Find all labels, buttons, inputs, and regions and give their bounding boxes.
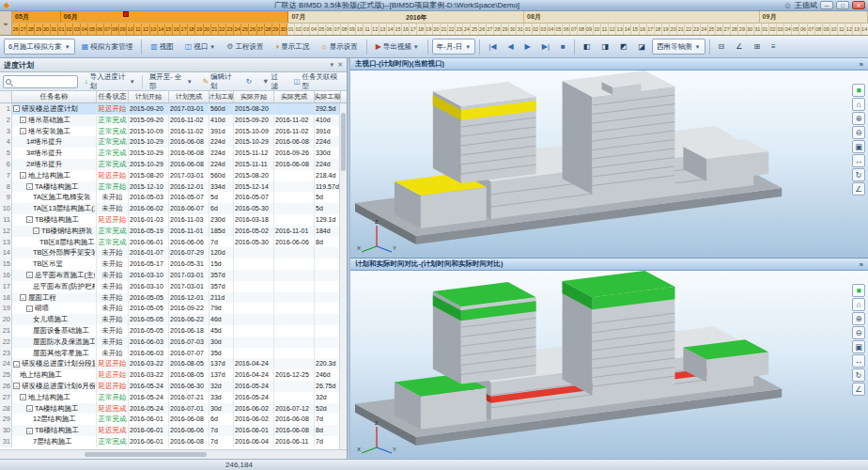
timeline-day[interactable]: 05 (88, 24, 96, 35)
task-row[interactable]: 15TB区吊篮未开始2016-05-172016-05-3115d (0, 258, 347, 270)
timeline-day[interactable]: 31 (51, 24, 58, 35)
task-row[interactable]: 25地上结构施工延迟开始2016-03-222016-08-05137d2016… (0, 369, 347, 381)
timeline-day[interactable]: 19 (662, 24, 670, 35)
timeline-day[interactable]: 25 (241, 24, 249, 35)
play-next-button[interactable]: ▶| (537, 39, 554, 55)
column-planned-duration[interactable]: 计划工期 (209, 91, 234, 102)
timeline-day[interactable]: 29 (35, 24, 42, 35)
panel-menu-icon[interactable]: ▾ (331, 61, 334, 69)
tree-expander-icon[interactable]: - (20, 294, 26, 301)
timeline-day[interactable]: 08 (815, 24, 823, 35)
task-row[interactable]: 24-研发楼总进度计划分段施工进度计划延迟开始2016-03-222016-08… (0, 358, 347, 369)
task-row[interactable]: 2912层结构施工正常完成2016-06-012016-06-086d2016-… (0, 414, 347, 425)
zoom-fit-icon[interactable]: ▣ (852, 340, 865, 353)
timeline-day[interactable]: 04 (310, 24, 318, 35)
tree-expander-icon[interactable]: - (20, 172, 26, 179)
measure-icon[interactable]: ∠ (852, 182, 865, 196)
link-model-button[interactable]: ◫ 任务关联模型 (289, 74, 344, 89)
timeline-day[interactable]: 14 (387, 24, 395, 35)
timeline-day[interactable]: 26 (12, 24, 20, 35)
tree-expander-icon[interactable]: - (26, 183, 33, 190)
timeline-day[interactable]: 07 (104, 24, 112, 35)
pan-icon[interactable]: ↔ (852, 154, 865, 167)
show-condition-button[interactable]: ◑ 显示工况 (270, 39, 314, 55)
timeline-day[interactable]: 28 (731, 24, 738, 35)
import-plan-button[interactable]: ↓ 导入进度计划 ▼ (81, 74, 139, 89)
task-row[interactable]: 17总平面布置(防护栏杆安装)未开始2016-03-102017-03-0135… (0, 281, 347, 292)
timeline-day[interactable]: 14 (624, 24, 631, 35)
timeline-day[interactable]: 01 (287, 24, 295, 35)
task-row[interactable]: 18-屋面工程未开始2016-05-052016-12-01211d (0, 292, 347, 304)
timeline-day[interactable]: 26 (716, 24, 723, 35)
timeline-day[interactable]: 07 (333, 24, 341, 35)
timeline-day[interactable]: 16 (640, 24, 647, 35)
column-actual-duration[interactable]: 实际工期 (315, 91, 341, 102)
timeline-day[interactable]: 13 (150, 24, 158, 35)
timeline-day[interactable]: 28 (27, 24, 35, 35)
timeline-day[interactable]: 22 (685, 24, 692, 35)
tree-expander-icon[interactable]: - (20, 128, 26, 134)
timeline-day[interactable]: 04 (81, 24, 88, 35)
column-planned-start[interactable]: 计划开始 (129, 91, 169, 102)
timeline-day[interactable]: 01 (762, 24, 769, 35)
timeline-day[interactable]: 19 (426, 24, 433, 35)
close-button[interactable]: ✕ (852, 1, 865, 9)
scheme-manage-button[interactable]: ▦ 模拟方案管理 (77, 39, 138, 55)
task-row[interactable]: 19-砌墙未开始2016-05-052016-09-2279d (0, 303, 347, 314)
task-row[interactable]: 3-塔吊安装施工正常完成2015-10-092016-11-02391d2015… (0, 126, 347, 137)
viewport-compare-canvas[interactable]: Z X Y ■⌂⊕⊖▣↔↻∠ (350, 271, 868, 459)
timeline-day[interactable]: 06 (326, 24, 333, 35)
timeline-day[interactable]: 05 (555, 24, 563, 35)
expand-to-button[interactable]: 展开至- 全部 ▼ (146, 74, 196, 89)
timeline-day[interactable]: 03 (73, 24, 81, 35)
export-video-button[interactable]: ▶ 导出视频 ▼ (371, 39, 424, 55)
home-view-icon[interactable]: ⌂ (852, 98, 865, 111)
timeline-day[interactable]: 09 (823, 24, 830, 35)
home-view-icon[interactable]: ⌂ (852, 298, 865, 311)
task-row[interactable]: 26-研发楼总进度计划6月份施工计划延迟开始2016-05-242016-06-… (0, 381, 347, 392)
timeline-day[interactable]: 28 (265, 24, 272, 35)
task-row[interactable]: 13TB区8层结构施工正常完成2016-06-012016-06-067d201… (0, 237, 347, 248)
timeline-day[interactable]: 26 (249, 24, 256, 35)
task-row[interactable]: 7-地上结构施工延迟开始2015-08-202017-03-01560d2015… (0, 170, 347, 181)
timeline-day[interactable]: 24 (701, 24, 708, 35)
project-settings-button[interactable]: ⚙ 工程设置 (222, 39, 268, 55)
timeline-day[interactable]: 29 (272, 24, 280, 35)
timeline-day[interactable]: 24 (463, 24, 471, 35)
viewport-main-canvas[interactable]: Z X Y ■⌂⊕⊖▣↔↻∠ (350, 70, 868, 258)
tree-expander-icon[interactable]: - (26, 306, 33, 312)
show-model-toggle[interactable]: ◧ (579, 39, 596, 55)
timeline-day[interactable]: 01 (524, 24, 532, 35)
model-cube-icon[interactable]: ■ (852, 84, 865, 97)
timeline-day[interactable]: 12 (845, 24, 853, 35)
timeline-day[interactable]: 17 (647, 24, 655, 35)
timeline-day[interactable]: 03 (540, 24, 548, 35)
grid-button[interactable]: ⊞ (749, 39, 765, 55)
simulation-scheme-select[interactable]: 6月施工模拟方案 ▼ (4, 39, 75, 55)
timeline-day[interactable]: 06 (799, 24, 807, 35)
timeline-day[interactable]: 12 (142, 24, 149, 35)
timeline-day[interactable]: 04 (548, 24, 555, 35)
tree-expander-icon[interactable]: - (33, 227, 39, 234)
timeline-day[interactable]: 14 (861, 24, 868, 35)
camera-view-select[interactable]: 西南等轴测 ▼ (652, 39, 705, 55)
column-planned-finish[interactable]: 计划完成 (169, 91, 209, 102)
timeline-day[interactable]: 04 (784, 24, 792, 35)
task-row[interactable]: 12-TB楼钢结构拼装正常完成2016-05-192016-11-01185d2… (0, 226, 347, 237)
view-button[interactable]: ▥ 视图 (146, 39, 178, 55)
timeline-day[interactable]: 13 (616, 24, 624, 35)
task-row[interactable]: 14TB区外部脚手架安装未开始2016-01-072016-07-29120d (0, 247, 347, 258)
zoom-out-icon[interactable]: ⊖ (852, 126, 865, 139)
date-format-select[interactable]: 年-月-日 ▼ (432, 39, 475, 55)
measure-icon[interactable]: ∠ (852, 383, 865, 396)
timeline-day[interactable]: 18 (417, 24, 425, 35)
task-row[interactable]: 62#塔吊提升正常完成2015-10-292016-06-08224d2015-… (0, 159, 347, 170)
task-row[interactable]: 2-塔吊基础施工正常完成2015-09-202016-11-02410d2015… (0, 115, 347, 126)
search-input[interactable] (13, 78, 75, 85)
timeline-day[interactable]: 10 (594, 24, 601, 35)
timeline-day[interactable]: 23 (693, 24, 701, 35)
timeline-day[interactable]: 26 (479, 24, 487, 35)
timeline-day[interactable]: 17 (180, 24, 188, 35)
timeline-day[interactable]: 20 (204, 24, 211, 35)
timeline-day[interactable]: 11 (364, 24, 371, 35)
